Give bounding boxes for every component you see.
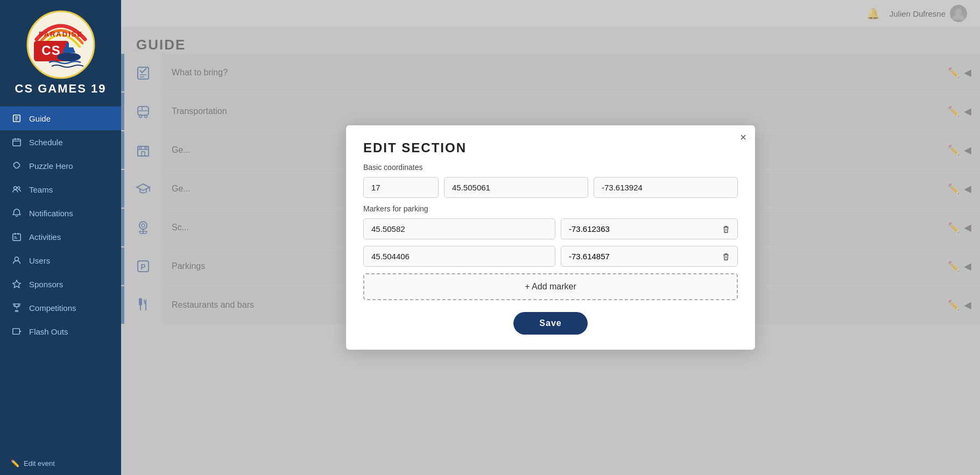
marker0-delete-button[interactable]	[715, 224, 737, 234]
basic-coordinates-row	[363, 177, 738, 198]
svg-rect-6	[66, 43, 69, 48]
modal-save-row: Save	[363, 312, 738, 335]
sidebar-item-label-notifications: Notifications	[29, 209, 73, 218]
save-button[interactable]: Save	[513, 312, 587, 335]
flash-outs-icon	[11, 327, 23, 336]
edit-event-icon: ✏️	[11, 459, 19, 467]
add-marker-button[interactable]: + Add marker	[363, 273, 738, 300]
markers-label: Markers for parking	[363, 204, 738, 213]
sidebar-logo: CS PARADISE CS GAMES 19	[0, 0, 121, 101]
marker0-lng-input[interactable]	[561, 219, 715, 239]
svg-point-4	[57, 53, 81, 61]
sidebar-nav: Guide Schedule Puzzle Hero Teams Notific…	[0, 107, 121, 452]
marker1-lng-input[interactable]	[561, 246, 715, 266]
notifications-icon	[11, 208, 23, 218]
svg-point-22	[15, 257, 18, 261]
svg-rect-25	[13, 329, 20, 335]
sidebar-item-puzzle-hero[interactable]: Puzzle Hero	[0, 154, 121, 178]
puzzle-hero-icon	[11, 161, 23, 171]
marker1-lat-input[interactable]	[363, 246, 555, 267]
sidebar-item-teams[interactable]: Teams	[0, 178, 121, 201]
logo-svg: CS PARADISE	[26, 10, 96, 80]
svg-point-16	[17, 187, 20, 189]
sponsors-icon	[11, 279, 23, 289]
svg-text:CS: CS	[41, 43, 60, 58]
modal-title: EDIT SECTION	[363, 140, 738, 155]
users-icon	[11, 256, 23, 265]
sidebar-item-competitions[interactable]: Competitions	[0, 296, 121, 320]
schedule-icon	[11, 137, 23, 147]
marker0-lat-input[interactable]	[363, 218, 555, 239]
sidebar-item-label-sponsors: Sponsors	[29, 280, 63, 289]
competitions-icon	[11, 303, 23, 313]
teams-icon	[11, 185, 23, 194]
sidebar-item-flash-outs[interactable]: Flash Outs	[0, 320, 121, 343]
edit-section-modal: × EDIT SECTION Basic coordinates Markers…	[346, 125, 755, 350]
sidebar-item-label-teams: Teams	[29, 185, 53, 194]
sidebar-item-label-flash-outs: Flash Outs	[29, 327, 68, 336]
modal-overlay[interactable]: × EDIT SECTION Basic coordinates Markers…	[121, 0, 980, 475]
svg-marker-26	[19, 330, 22, 332]
svg-rect-11	[13, 139, 20, 146]
sidebar-item-schedule[interactable]: Schedule	[0, 130, 121, 154]
marker-row-0	[363, 218, 738, 239]
sidebar-item-label-activities: Activities	[29, 232, 61, 242]
svg-point-15	[14, 187, 17, 189]
guide-icon	[11, 114, 23, 123]
app-title: CS GAMES 19	[15, 82, 107, 96]
sidebar-item-label-competitions: Competitions	[29, 303, 76, 313]
sidebar-item-label-users: Users	[29, 256, 50, 265]
main-content: 🔔 Julien Dufresne GUIDE What to bring? ✏…	[121, 0, 980, 475]
sidebar-item-users[interactable]: Users	[0, 249, 121, 272]
sidebar-item-activities[interactable]: Activities	[0, 225, 121, 249]
marker1-lng-field	[561, 246, 738, 267]
svg-marker-23	[13, 280, 20, 288]
sidebar-item-label-schedule: Schedule	[29, 138, 63, 147]
marker1-delete-button[interactable]	[715, 252, 737, 261]
coord-id-input[interactable]	[363, 177, 439, 198]
sidebar-item-notifications[interactable]: Notifications	[0, 201, 121, 225]
sidebar: CS PARADISE CS GAMES 19 Guide Schedule	[0, 0, 121, 475]
coord-lat-input[interactable]	[444, 177, 588, 198]
sidebar-item-guide[interactable]: Guide	[0, 107, 121, 130]
sidebar-item-label-puzzle-hero: Puzzle Hero	[29, 161, 73, 171]
activities-icon	[11, 232, 23, 242]
svg-rect-24	[15, 310, 18, 311]
edit-event-label: Edit event	[24, 459, 55, 467]
marker-row-1	[363, 246, 738, 267]
modal-close-button[interactable]: ×	[740, 132, 746, 143]
marker0-lng-field	[561, 218, 738, 239]
svg-text:PARADISE: PARADISE	[38, 30, 82, 38]
sidebar-item-sponsors[interactable]: Sponsors	[0, 272, 121, 296]
svg-rect-17	[13, 234, 20, 241]
coord-lng-input[interactable]	[594, 177, 738, 198]
edit-event-link[interactable]: ✏️ Edit event	[0, 452, 121, 475]
sidebar-item-label-guide: Guide	[29, 114, 51, 123]
basic-coordinates-label: Basic coordinates	[363, 163, 738, 172]
